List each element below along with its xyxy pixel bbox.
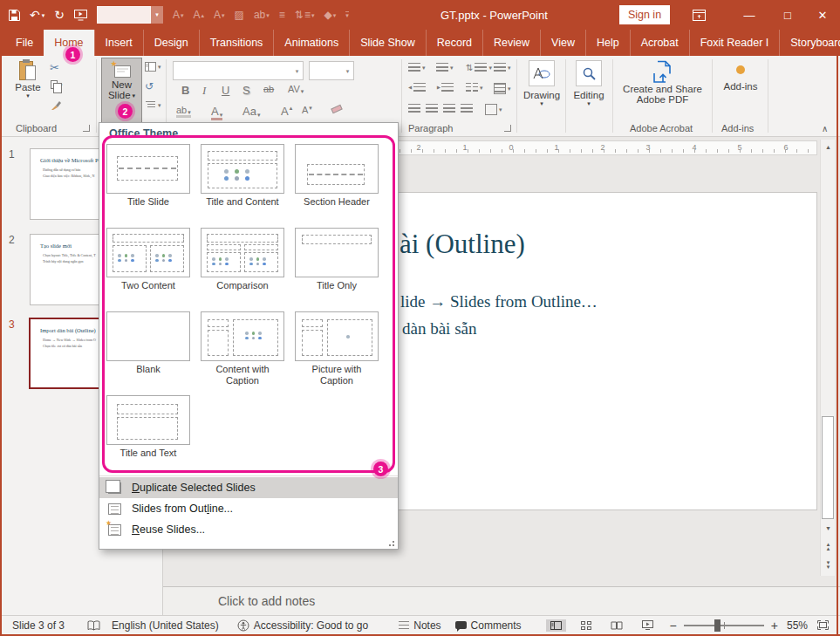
change-case-button[interactable]: Aa▾ [242,105,260,118]
layout-title-only[interactable]: Title Only [295,228,379,291]
highlight-icon[interactable]: ab▾ [254,9,270,21]
slide-body-line-2[interactable]: dàn bài sẵn [402,319,476,339]
slide-sorter-view-button[interactable] [577,619,596,632]
slide-body-line-1[interactable]: lide → Slides from Outline… [400,292,598,311]
decrease-indent-button[interactable]: ▾ [408,83,426,92]
grow-font-button[interactable]: A▴ [281,105,292,118]
drawing-button[interactable]: Drawing ▾ [522,60,562,106]
paragraph-dialog-launcher[interactable] [504,125,511,132]
sign-in-button[interactable]: Sign in [619,5,670,24]
font-color-button[interactable]: A▾ [211,105,222,120]
customize-qat-icon[interactable]: ▾ [345,11,349,18]
align-right-button[interactable] [443,104,455,113]
highlight-button[interactable]: ab▾ [176,105,191,118]
notes-toggle-button[interactable]: Notes [399,619,440,632]
line-spacing-icon[interactable]: ⇅≡▾ [295,9,315,21]
zoom-slider[interactable] [684,625,764,626]
cut-button[interactable]: ✂ [50,61,59,74]
layout-content-with-caption[interactable]: Content with Caption [201,311,284,386]
clear-formatting-button[interactable] [331,106,342,112]
increase-indent-button[interactable]: ▾ [436,83,454,92]
comments-toggle-button[interactable]: Comments [455,619,522,632]
tab-design[interactable]: Design [143,30,199,56]
tab-review[interactable]: Review [482,30,540,56]
shape-fill-icon[interactable]: ◆▾ [324,9,336,21]
language-indicator[interactable]: English (United States) [112,619,219,632]
zoom-in-button[interactable]: + [771,619,778,633]
menu-reuse-slides[interactable]: ★ Reuse Slides... [99,519,398,540]
layout-title-slide[interactable]: Title Slide [106,144,190,208]
redo-button[interactable]: ↻ [54,8,65,22]
italic-button[interactable]: I [202,84,206,98]
slide-title-text[interactable]: ài (Outline) [400,229,525,260]
close-button[interactable]: ✕ [804,0,840,30]
previous-slide-button[interactable]: ▲▲ [821,539,836,554]
smartart-button[interactable]: ▾ [485,104,502,115]
zoom-out-button[interactable]: − [670,619,677,633]
tab-foxit-reader[interactable]: Foxit Reader I [689,30,780,56]
layout-title-and-content[interactable]: Title and Content [201,144,284,208]
align-text-button[interactable]: ▾ [494,83,511,94]
section-button[interactable]: ▾ [145,100,161,109]
copy-button[interactable]: ▾ [51,80,63,89]
tab-acrobat[interactable]: Acrobat [630,30,689,56]
tab-storyboarding[interactable]: Storyboardin [779,30,840,56]
addins-button[interactable]: Add-ins [717,60,764,92]
font-size-combo[interactable]: ▾ [309,61,354,80]
zoom-level[interactable]: 55% [787,619,808,632]
next-slide-button[interactable]: ▼▼ [821,557,836,572]
editing-button[interactable]: Editing ▾ [569,60,609,106]
grow-font-icon[interactable]: A▴ [194,9,205,21]
scroll-up-button[interactable]: ▲ [821,140,836,154]
paste-button[interactable]: Paste ▾ [9,60,47,99]
vertical-scrollbar[interactable]: ▲ ▼ ▲▲ ▼▼ [820,140,835,576]
format-painter-icon[interactable]: ▨ [235,9,244,21]
notes-placeholder[interactable]: Click to add notes [218,594,315,608]
menu-slides-from-outline[interactable]: Slides from Outline... [99,498,398,519]
dropdown-resize-grip[interactable] [386,538,394,546]
normal-view-button[interactable] [546,619,566,632]
justify-button[interactable] [461,104,473,113]
text-shadow-button[interactable]: S [242,84,250,97]
tab-record[interactable]: Record [426,30,482,56]
collapse-ribbon-button[interactable]: ∧ [822,124,828,133]
text-direction-button[interactable]: ▾ [494,63,511,72]
tab-insert[interactable]: Insert [94,30,143,56]
layout-title-and-text[interactable]: Title and Text [106,395,190,459]
layout-blank[interactable]: Blank [106,311,190,375]
slide-show-button[interactable] [638,619,658,632]
layout-two-content[interactable]: Two Content [106,228,190,291]
columns-button[interactable]: ▾ [466,83,483,92]
shrink-font-button[interactable]: A▾ [302,105,312,115]
bold-button[interactable]: B [181,84,189,97]
tab-view[interactable]: View [540,30,585,56]
tab-file[interactable]: File [5,30,44,56]
ribbon-display-options-button[interactable] [680,0,717,30]
line-spacing-button[interactable]: ⇅▾ [466,63,492,72]
fit-to-window-button[interactable] [813,619,833,632]
reset-button[interactable]: ↺ [145,80,154,92]
accessibility-checker[interactable]: Accessibility: Good to go [237,619,368,632]
zoom-slider-thumb[interactable] [714,619,720,632]
strikethrough-button[interactable]: ab [263,84,274,94]
layout-picture-with-caption[interactable]: Picture with Caption [295,311,379,386]
align-center-button[interactable] [426,104,438,113]
create-adobe-pdf-button[interactable]: Create and Share Adobe PDF [616,60,709,105]
layout-comparison[interactable]: Comparison [201,228,284,291]
undo-button[interactable]: ↶▾ [30,8,44,22]
font-color-icon[interactable]: A▾ [173,9,184,21]
numbering-button[interactable]: ▾ [436,63,454,72]
align-left-button[interactable] [408,104,420,113]
start-slideshow-button[interactable] [74,10,87,21]
underline-button[interactable]: U [222,84,229,97]
minimize-button[interactable]: — [731,0,768,30]
clipboard-dialog-launcher[interactable] [83,125,90,132]
menu-duplicate-selected-slides[interactable]: Duplicate Selected Slides [99,477,398,498]
save-button[interactable] [9,10,20,21]
align-icon[interactable]: ≡ [279,9,285,21]
shrink-font-icon[interactable]: A▾ [214,9,225,21]
tab-animations[interactable]: Animations [273,30,349,56]
maximize-button[interactable]: □ [769,0,806,30]
tab-slide-show[interactable]: Slide Show [349,30,426,56]
layout-button[interactable]: ▾ [145,62,161,72]
